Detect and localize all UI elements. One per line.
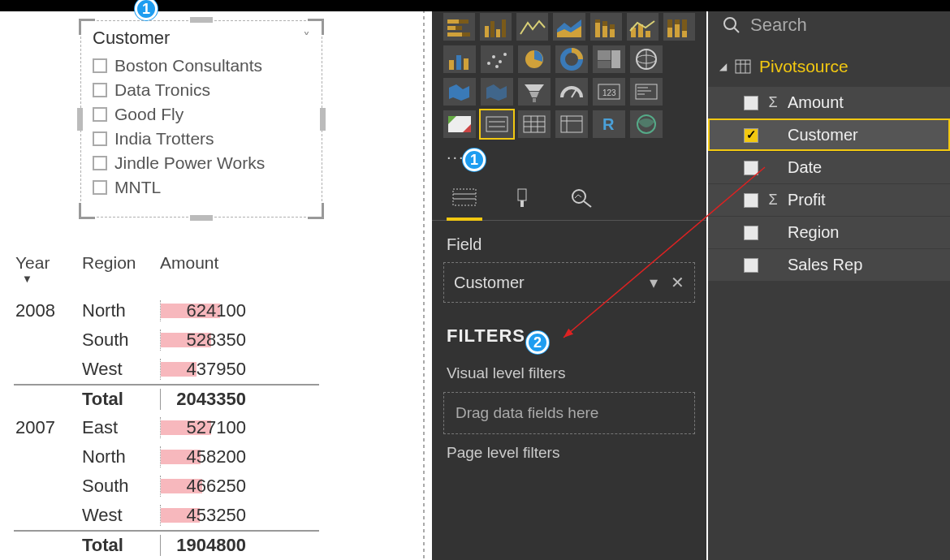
svg-rect-0 [447,19,459,24]
viz-line-icon[interactable] [516,13,548,41]
resize-handle-br[interactable] [308,203,324,219]
table-row[interactable]: West 453250 [14,501,319,530]
viz-stacked-bar-icon[interactable] [443,13,475,41]
resize-handle-tr[interactable] [308,19,324,35]
viz-table-icon[interactable] [518,110,551,138]
slicer-item[interactable]: Jindle Power Works [93,151,310,175]
viz-map-icon[interactable] [630,45,663,73]
expand-icon[interactable]: ◢ [719,61,727,72]
matrix-visual[interactable]: Year▼ Region Amount 2008 North 624100 So… [14,253,319,559]
svg-rect-61 [524,116,545,132]
viz-pie-icon[interactable] [518,45,551,73]
viz-clustered-column-icon[interactable] [480,13,512,41]
viz-gauge-icon[interactable] [555,78,588,106]
checkbox[interactable] [93,58,107,73]
visual-filters-dropzone[interactable]: Drag data fields here [443,392,695,434]
fields-search[interactable]: Search [708,11,950,47]
slicer-item[interactable]: Data Tronics [93,78,310,102]
slicer-item-label: Data Tronics [114,80,210,100]
viz-scatter-icon[interactable] [481,45,513,73]
slicer-item[interactable]: Good Fly [93,102,310,127]
resize-handle-bl[interactable] [79,203,95,219]
svg-marker-45 [525,84,544,91]
cell-region: North [82,446,160,467]
field-checkbox[interactable] [744,96,758,110]
svg-rect-20 [646,31,650,37]
table-row[interactable]: 2007 East 527100 [14,413,319,442]
svg-rect-38 [611,50,620,68]
viz-ribbon-icon[interactable] [443,45,476,73]
table-pivotsource[interactable]: ◢ Pivotsource [708,47,950,86]
svg-point-78 [724,18,736,29]
resize-handle-bottom[interactable] [190,215,213,221]
svg-rect-39 [598,61,611,68]
format-tab[interactable] [505,178,541,220]
viz-area-icon[interactable] [553,13,585,41]
viz-r-icon[interactable]: R [593,110,625,138]
viz-treemap-icon[interactable] [593,45,625,73]
viz-combo-icon[interactable] [627,13,659,41]
viz-100stacked-icon[interactable] [663,13,695,41]
sigma-icon: Σ [766,94,779,111]
annotation-badge-1b: 1 [463,149,486,171]
viz-funnel-icon[interactable] [518,78,551,106]
field-name: Date [788,158,822,177]
table-row[interactable]: North 458200 [14,442,319,472]
slicer-visual[interactable]: Customer ˅ Boston Consultants Data Troni… [80,20,322,218]
slicer-item[interactable]: Boston Consultants [93,54,310,78]
viz-multirow-card-icon[interactable] [443,110,476,138]
resize-handle-tl[interactable] [79,19,95,35]
field-amount[interactable]: Σ Amount [708,86,950,118]
svg-point-30 [487,62,490,65]
visual-level-filters-label: Visual level filters [432,353,706,387]
cell-amount: 453250 [160,505,251,526]
cell-region: West [82,505,160,526]
column-region[interactable]: Region [82,253,136,272]
svg-rect-6 [485,26,489,37]
svg-rect-17 [610,24,615,29]
field-checkbox[interactable] [744,128,758,143]
slicer-item[interactable]: India Trotters [93,127,310,151]
sort-desc-icon[interactable]: ▼ [15,273,82,285]
viz-filled-map-icon[interactable] [443,78,476,106]
cell-region: South [82,476,160,497]
slicer-item-label: India Trotters [114,129,214,149]
viz-card-icon[interactable]: 123 [593,78,625,106]
field-customer[interactable]: Customer [708,118,950,151]
checkbox[interactable] [93,156,107,170]
table-row[interactable]: 2008 North 624100 [14,296,319,325]
viz-slicer-icon[interactable] [481,110,513,138]
column-year[interactable]: Year [15,253,50,272]
svg-rect-3 [456,26,462,30]
table-row[interactable]: West 437950 [14,355,319,384]
viz-donut-icon[interactable] [555,45,588,73]
field-name: Profit [788,191,826,209]
column-amount[interactable]: Amount [160,253,218,272]
resize-handle-top[interactable] [190,17,213,23]
svg-rect-13 [595,19,600,23]
viz-shape-map-icon[interactable] [481,78,513,106]
viz-matrix-icon[interactable] [555,110,588,138]
resize-handle-left[interactable] [77,108,83,131]
svg-point-31 [492,55,495,58]
checkbox[interactable] [93,180,107,195]
slicer-item[interactable]: MNTL [93,175,310,200]
resize-handle-right[interactable] [320,108,326,131]
checkbox[interactable] [93,131,107,146]
viz-arcgis-icon[interactable] [630,110,663,138]
checkbox[interactable] [93,107,107,122]
checkbox[interactable] [93,83,107,97]
cell-year: 2008 [14,300,82,321]
table-row[interactable]: South 528350 [14,325,319,355]
table-row[interactable]: South 466250 [14,472,319,501]
viz-stacked-column-icon[interactable] [590,13,622,41]
table-header: Year▼ Region Amount [14,253,319,285]
table-total-row[interactable]: Total 1904800 [14,530,319,559]
slicer-title: Customer [93,28,170,49]
fields-tab[interactable] [447,178,482,220]
table-total-row[interactable]: Total 2043350 [14,384,319,413]
visualization-gallery: 123 R [432,11,706,138]
search-icon [723,16,741,34]
panel-divider[interactable] [421,11,427,560]
viz-kpi-icon[interactable] [630,78,663,106]
